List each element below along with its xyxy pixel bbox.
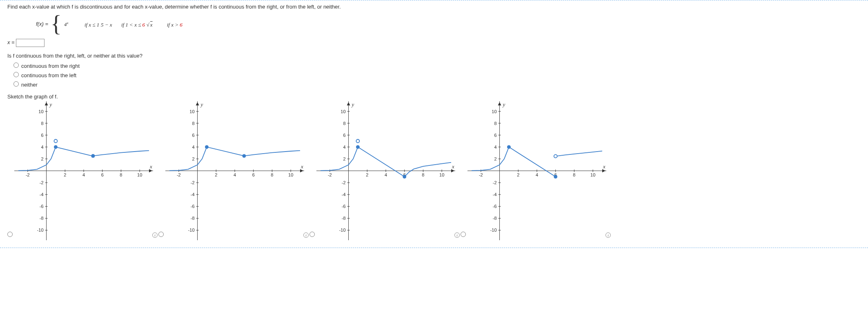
radio-left[interactable] <box>13 72 19 77</box>
svg-text:-4: -4 <box>342 192 346 197</box>
continuity-question: Is f continuous from the right, left, or… <box>7 53 861 59</box>
svg-point-120 <box>356 139 359 143</box>
svg-text:-6: -6 <box>191 204 195 209</box>
svg-text:6: 6 <box>101 172 104 177</box>
svg-text:-2: -2 <box>493 180 497 185</box>
svg-text:-8: -8 <box>40 216 44 221</box>
svg-text:-4: -4 <box>493 192 497 197</box>
graph-choice-a[interactable]: -2246810-10-8-6-4-2246810xy i <box>7 101 158 240</box>
info-icon[interactable]: i <box>605 232 611 238</box>
svg-marker-44 <box>300 169 303 172</box>
svg-text:10: 10 <box>288 172 293 177</box>
info-icon[interactable]: i <box>454 232 460 238</box>
svg-text:x: x <box>603 163 605 170</box>
svg-marker-85 <box>347 102 350 105</box>
svg-text:8: 8 <box>494 121 496 125</box>
svg-text:-2: -2 <box>328 172 332 177</box>
svg-text:2: 2 <box>64 172 66 177</box>
svg-text:4: 4 <box>343 145 345 150</box>
svg-point-41 <box>91 154 95 157</box>
piece-cond-1: if 1 < x ≤ 6 <box>121 22 145 28</box>
svg-text:8: 8 <box>41 121 43 125</box>
svg-point-163 <box>554 154 557 158</box>
svg-text:-4: -4 <box>191 192 195 197</box>
graph-choices: -2246810-10-8-6-4-2246810xy i -2246810-1… <box>7 101 861 240</box>
svg-text:-2: -2 <box>40 180 44 185</box>
graph-c: -2246810-10-8-6-4-2246810xy <box>316 101 455 240</box>
svg-text:6: 6 <box>41 133 43 138</box>
svg-text:y: y <box>49 101 52 107</box>
svg-text:6: 6 <box>494 133 496 138</box>
piece-cond-0: if x ≤ 1 <box>85 22 99 28</box>
svg-text:10: 10 <box>189 109 194 114</box>
svg-text:4: 4 <box>494 145 496 150</box>
radio-graph-b[interactable] <box>158 232 164 237</box>
svg-text:4: 4 <box>41 145 43 150</box>
svg-text:10: 10 <box>439 172 444 177</box>
piece-expr-0: 4x <box>64 19 85 29</box>
svg-text:-2: -2 <box>479 172 483 177</box>
svg-text:-10: -10 <box>37 228 44 232</box>
radio-right[interactable] <box>13 63 19 68</box>
svg-text:y: y <box>351 101 354 107</box>
svg-text:-2: -2 <box>342 180 346 185</box>
svg-text:-2: -2 <box>26 172 30 177</box>
info-icon[interactable]: i <box>152 232 158 238</box>
option-right[interactable]: continuous from the right <box>11 61 861 71</box>
svg-text:-10: -10 <box>339 228 346 232</box>
svg-text:4: 4 <box>385 172 387 177</box>
function-label: f(x) = <box>36 21 48 27</box>
svg-text:-6: -6 <box>342 204 346 209</box>
svg-text:8: 8 <box>422 172 424 177</box>
piece-expr-2: √x <box>147 21 167 29</box>
option-neither[interactable]: neither <box>11 80 861 89</box>
x-value-input[interactable] <box>16 39 45 47</box>
svg-text:-6: -6 <box>40 204 44 209</box>
svg-point-121 <box>356 145 359 149</box>
svg-text:8: 8 <box>271 172 273 177</box>
svg-text:2: 2 <box>343 156 345 161</box>
svg-text:8: 8 <box>192 121 194 125</box>
svg-text:8: 8 <box>573 172 575 177</box>
radio-neither[interactable] <box>13 81 19 87</box>
svg-text:2: 2 <box>494 156 496 161</box>
piecewise-function: f(x) = { 4xif x ≤ 1 5 − xif 1 < x ≤ 6 √x… <box>36 15 861 33</box>
svg-text:2: 2 <box>192 156 194 161</box>
svg-text:2: 2 <box>215 172 217 177</box>
radio-graph-d[interactable] <box>461 232 466 237</box>
radio-graph-a[interactable] <box>7 232 13 237</box>
svg-point-39 <box>54 145 57 149</box>
svg-text:6: 6 <box>343 133 345 138</box>
svg-marker-125 <box>602 169 605 172</box>
svg-text:4: 4 <box>536 172 538 177</box>
svg-text:2: 2 <box>366 172 368 177</box>
svg-text:4: 4 <box>82 172 85 177</box>
svg-text:6: 6 <box>192 133 194 138</box>
svg-text:10: 10 <box>137 172 142 177</box>
svg-text:2: 2 <box>517 172 519 177</box>
svg-text:y: y <box>502 101 505 107</box>
continuity-options: continuous from the right continuous fro… <box>11 61 861 89</box>
svg-text:-10: -10 <box>490 228 497 232</box>
svg-text:10: 10 <box>590 172 595 177</box>
info-icon[interactable]: i <box>303 232 309 238</box>
piece-cond-2: if x > 6 <box>167 22 183 28</box>
graph-choice-c[interactable]: -2246810-10-8-6-4-2246810xy i <box>309 101 461 240</box>
svg-text:-10: -10 <box>188 228 195 232</box>
svg-text:-2: -2 <box>177 172 181 177</box>
svg-text:10: 10 <box>38 109 43 114</box>
graph-d: -2246810-10-8-6-4-2246810xy <box>467 101 606 240</box>
svg-marker-126 <box>498 102 501 105</box>
svg-text:-8: -8 <box>191 216 195 221</box>
option-left[interactable]: continuous from the left <box>11 71 861 80</box>
svg-text:10: 10 <box>492 109 496 114</box>
graph-choice-b[interactable]: -2246810-10-8-6-4-2246810xy i <box>158 101 309 240</box>
svg-marker-2 <box>149 169 152 172</box>
radio-graph-c[interactable] <box>309 232 315 237</box>
svg-text:-4: -4 <box>40 192 44 197</box>
svg-text:y: y <box>200 101 203 107</box>
piece-expr-1: 5 − x <box>101 21 121 29</box>
svg-marker-3 <box>45 102 48 105</box>
graph-choice-d[interactable]: -2246810-10-8-6-4-2246810xy i <box>461 101 612 240</box>
svg-point-38 <box>54 139 57 143</box>
